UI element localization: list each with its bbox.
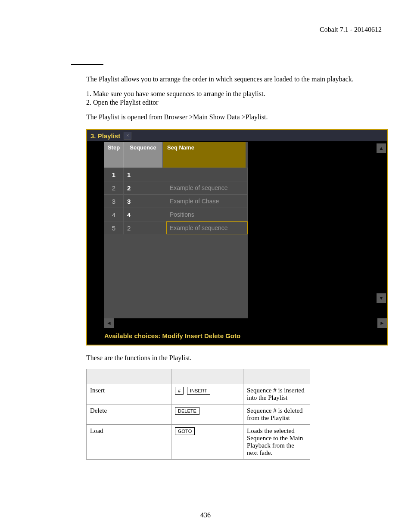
close-icon[interactable]: × xyxy=(124,132,131,140)
table-empty-area xyxy=(104,234,248,318)
vertical-scrollbar[interactable]: ▲ ▼ xyxy=(377,143,386,303)
func-desc: Sequence # is inserted into the Playlist xyxy=(243,384,310,404)
table-row[interactable]: 5 2 Example of sequence xyxy=(104,221,248,234)
scroll-down-icon[interactable]: ▼ xyxy=(377,293,386,303)
func-keys: GOTO xyxy=(171,424,243,459)
func-col-header xyxy=(87,369,171,384)
window-titlebar: 3. Playlist × xyxy=(87,130,387,142)
cell-step: 3 xyxy=(104,195,124,208)
cell-seq-name xyxy=(166,168,248,181)
col-header-sequence: Sequence xyxy=(124,142,163,168)
intro-paragraph: The Playlist allows you to arrange the o… xyxy=(86,75,359,84)
col-header-step: Step xyxy=(104,142,124,168)
window-title: 3. Playlist xyxy=(90,132,120,140)
cell-step: 1 xyxy=(104,168,124,181)
section-rule xyxy=(71,64,103,65)
func-desc: Sequence # is deleted from the Playlist xyxy=(243,404,310,424)
playlist-table: Step Sequence Seq Name 1 1 2 xyxy=(104,142,248,318)
grid-right-area: ▲ ▼ xyxy=(248,142,387,318)
key-label: INSERT xyxy=(187,387,210,395)
func-keys: DELETE xyxy=(171,404,243,424)
func-row: Load GOTO Loads the selected Sequence to… xyxy=(87,424,310,459)
key-label: # xyxy=(175,387,184,395)
cell-step: 5 xyxy=(104,221,124,234)
functions-table: Insert # INSERT Sequence # is inserted i… xyxy=(86,369,310,460)
status-bar: Available choices: Modify Insert Delete … xyxy=(87,329,387,345)
playlist-editor-screenshot: 3. Playlist × Step Sequence Seq Name xyxy=(86,129,388,345)
func-row: Insert # INSERT Sequence # is inserted i… xyxy=(87,384,310,404)
step-item: 2. Open the Playlist editor xyxy=(86,99,359,106)
cell-step: 4 xyxy=(104,208,124,221)
cell-seq-name: Example of Chase xyxy=(166,195,248,208)
func-col-header xyxy=(243,369,310,384)
open-from-paragraph: The Playlist is opened from Browser >Mai… xyxy=(86,112,359,122)
steps-list: 1. Make sure you have some sequences to … xyxy=(86,90,359,106)
cell-sequence: 2 xyxy=(124,181,166,194)
doc-header: Cobalt 7.1 - 20140612 xyxy=(26,26,385,34)
grid-left-gutter xyxy=(87,142,104,318)
key-label: DELETE xyxy=(175,407,199,415)
func-keys: # INSERT xyxy=(171,384,243,404)
cell-seq-name: Positions xyxy=(166,208,248,221)
func-row: Delete DELETE Sequence # is deleted from… xyxy=(87,404,310,424)
scroll-left-icon[interactable]: ◄ xyxy=(104,318,114,328)
cell-step: 2 xyxy=(104,181,124,194)
func-name: Insert xyxy=(87,384,171,404)
scroll-up-icon[interactable]: ▲ xyxy=(377,143,386,153)
scroll-right-icon[interactable]: ► xyxy=(377,318,387,328)
table-row[interactable]: 2 2 Example of sequence xyxy=(104,181,248,194)
cell-seq-name: Example of sequence xyxy=(166,181,248,194)
cell-sequence: 3 xyxy=(124,195,166,208)
cell-sequence: 1 xyxy=(124,168,166,181)
table-row[interactable]: 1 1 xyxy=(104,168,248,181)
func-col-header xyxy=(171,369,243,384)
func-name: Load xyxy=(87,424,171,459)
cell-seq-name[interactable]: Example of sequence xyxy=(166,221,248,234)
table-row[interactable]: 3 3 Example of Chase xyxy=(104,194,248,208)
cell-sequence: 4 xyxy=(124,208,166,221)
func-desc: Loads the selected Sequence to the Main … xyxy=(243,424,310,459)
func-name: Delete xyxy=(87,404,171,424)
functions-intro: These are the functions in the Playlist. xyxy=(86,353,359,363)
cell-sequence: 2 xyxy=(124,221,166,234)
table-header-row: Step Sequence Seq Name xyxy=(104,142,248,168)
horizontal-scrollbar[interactable]: ◄ ► xyxy=(87,318,387,329)
col-header-seq-name: Seq Name xyxy=(163,142,246,168)
key-label: GOTO xyxy=(175,427,195,435)
step-item: 1. Make sure you have some sequences to … xyxy=(86,90,359,98)
table-row[interactable]: 4 4 Positions xyxy=(104,208,248,221)
page-number: 436 xyxy=(0,511,411,519)
